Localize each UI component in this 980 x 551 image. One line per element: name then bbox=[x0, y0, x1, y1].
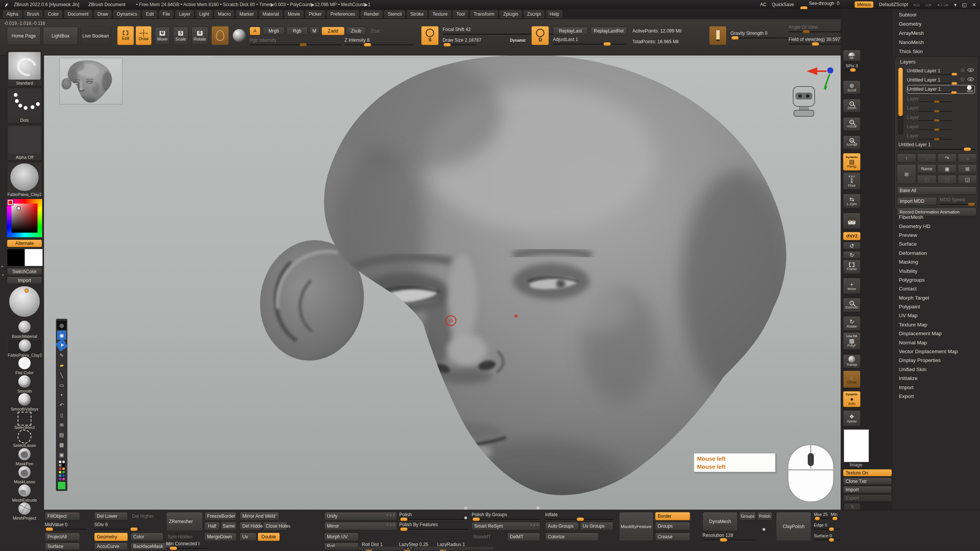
palette-item-initialize[interactable]: Initialize bbox=[893, 374, 980, 383]
zoom-button[interactable]: +Zoom bbox=[843, 99, 861, 112]
palette-item-masking[interactable]: Masking bbox=[893, 258, 980, 266]
same-button[interactable]: Same bbox=[221, 522, 237, 530]
polish-by-groups-radio-icon[interactable] bbox=[537, 507, 539, 509]
color-picker-hue-marker[interactable] bbox=[8, 200, 13, 205]
smart-resym-button[interactable]: Smart ReSymx y z bbox=[472, 522, 541, 530]
bpr-button[interactable]: BPR bbox=[843, 50, 861, 61]
solo-button[interactable]: Dynamic●Solo bbox=[843, 391, 861, 407]
mask-by-feature-button[interactable]: MaskByFeature bbox=[619, 512, 653, 541]
lsym-button[interactable]: ⇆L.Sym bbox=[843, 194, 861, 208]
polish-by-features-radio-icon[interactable] bbox=[464, 517, 467, 519]
layer-slider[interactable] bbox=[928, 74, 957, 75]
move-button[interactable]: +Move bbox=[843, 278, 861, 294]
eye-icon[interactable]: ◉ bbox=[57, 331, 66, 340]
rgb-intensity-slider[interactable]: Rgb Intensity bbox=[250, 37, 341, 46]
move-button[interactable]: M Move bbox=[155, 27, 170, 45]
half-button[interactable]: Half bbox=[204, 522, 220, 530]
marker-icon[interactable]: ▰ bbox=[57, 360, 66, 370]
palette-item-fibermesh[interactable]: FiberMesh bbox=[893, 213, 980, 222]
palette-item-export[interactable]: Export bbox=[893, 392, 980, 401]
xpose-button[interactable]: ❖Xpose bbox=[843, 410, 861, 426]
layer-row[interactable]: Layer bbox=[907, 113, 975, 122]
palette-item-geometry[interactable]: Geometry bbox=[893, 19, 980, 28]
layer-slider[interactable] bbox=[929, 92, 957, 93]
undo-icon[interactable]: ↶ bbox=[57, 400, 66, 409]
secondary-color-swatch[interactable] bbox=[24, 249, 43, 266]
line-icon[interactable]: ╲ bbox=[57, 370, 66, 380]
close-holes-button[interactable]: Close Holes bbox=[263, 522, 287, 530]
unify-button[interactable]: Unifyx y z bbox=[324, 512, 397, 520]
annotation-palette[interactable] bbox=[57, 460, 66, 481]
tray-item-selectrect[interactable]: SelectRect bbox=[7, 412, 42, 429]
slot-alpha[interactable]: Alpha Off bbox=[7, 125, 42, 161]
freeze-border-button[interactable]: FreezeBorder bbox=[204, 512, 237, 520]
tray-item-maskpen[interactable]: MaskPen bbox=[7, 448, 42, 466]
menu-texture[interactable]: Texture bbox=[429, 10, 451, 18]
see-through-slider[interactable]: See-through 0 bbox=[799, 1, 849, 9]
menu-file[interactable]: File bbox=[159, 10, 173, 18]
palette-item-vector-displacement-map[interactable]: Vector Displacement Map bbox=[893, 347, 980, 356]
tray-scroll-right-icon[interactable]: ||||▸ bbox=[925, 3, 932, 7]
palette-item-preview[interactable]: Preview bbox=[893, 231, 980, 240]
menu-marker[interactable]: Marker bbox=[236, 10, 257, 18]
rot-y-button[interactable]: ↺ bbox=[843, 242, 861, 249]
backface-mask-button[interactable]: BackfaceMask bbox=[131, 543, 171, 550]
slot-texture[interactable]: FabioPaiva_Clay2 bbox=[7, 162, 42, 198]
color-picker-sv-marker[interactable] bbox=[17, 207, 20, 210]
sdiv-slider[interactable]: SDiv 6 bbox=[94, 522, 140, 530]
color-picker[interactable] bbox=[7, 199, 42, 237]
mdd-speed-slider[interactable]: MDD Speed bbox=[940, 197, 977, 205]
palette-swatch[interactable] bbox=[59, 478, 62, 481]
palette-swatch[interactable] bbox=[59, 464, 62, 467]
crease-button[interactable]: Crease bbox=[655, 533, 690, 541]
default-zscript-button[interactable]: DefaultZScript bbox=[879, 2, 908, 7]
palette-item-unified-skin[interactable]: Unified Skin bbox=[893, 365, 980, 374]
project-all-button[interactable]: ProjectAll bbox=[45, 533, 80, 541]
palette-item-polygroups[interactable]: Polygroups bbox=[893, 276, 980, 284]
clay-max-slider[interactable]: Max 25 bbox=[814, 512, 829, 519]
geometry-button[interactable]: Geometry bbox=[94, 533, 128, 541]
current-material-sphere-icon[interactable] bbox=[233, 29, 246, 42]
rotate-button[interactable]: ↻Rotate bbox=[843, 316, 861, 331]
close-button[interactable]: ✕ bbox=[972, 2, 976, 8]
palette-item-arraymesh[interactable]: ArrayMesh bbox=[893, 28, 980, 37]
groups-button[interactable]: Groups bbox=[655, 522, 690, 530]
layer-slider-pill[interactable] bbox=[934, 110, 940, 113]
material-preview-sphere[interactable] bbox=[9, 286, 40, 317]
double-button[interactable]: Double bbox=[258, 533, 280, 541]
layer-redo-button[interactable]: ↷ bbox=[938, 153, 957, 163]
minimize-button[interactable]: ▾ bbox=[954, 2, 957, 8]
scroll-button[interactable]: ⊕Scroll bbox=[843, 80, 861, 94]
layer-new-button[interactable]: ⊞ bbox=[897, 164, 916, 184]
frame-button[interactable]: Frame bbox=[843, 259, 861, 274]
palette-item-morph-target[interactable]: Morph Target bbox=[893, 293, 980, 302]
clay-polish-button[interactable]: ClayPolish bbox=[776, 512, 811, 541]
merge-down-button[interactable]: MergeDown bbox=[204, 533, 237, 541]
bottom-scrollbar[interactable]: ▲▼ bbox=[325, 547, 494, 550]
switch-color-button[interactable]: SwitchColor bbox=[7, 268, 42, 275]
menu-dynamics[interactable]: Dynamics bbox=[113, 10, 140, 18]
pen-icon[interactable]: ✎ bbox=[57, 350, 66, 360]
image2-icon[interactable]: ▦ bbox=[57, 440, 66, 449]
layer-slider[interactable] bbox=[918, 120, 952, 121]
surface-button[interactable]: Surface bbox=[45, 543, 80, 550]
menu-tool[interactable]: Tool bbox=[453, 10, 468, 18]
layer-duplicate-button[interactable]: ▣ bbox=[938, 164, 957, 173]
clay-surface-slider[interactable]: Surface 0 bbox=[814, 533, 841, 541]
palette-item-thick-skin[interactable]: Thick Skin bbox=[893, 47, 980, 56]
tray-item-basicmaterial[interactable]: BasicMaterial bbox=[7, 321, 42, 338]
polish-by-groups-slider[interactable]: Polish By Groups bbox=[472, 512, 541, 520]
sculptris-pro-button[interactable] bbox=[211, 26, 229, 45]
layer-slider-pill[interactable] bbox=[934, 119, 940, 122]
palette-item-displacement-map[interactable]: Displacement Map bbox=[893, 329, 980, 338]
scale-button[interactable]: S Scale bbox=[173, 27, 188, 45]
zoom3d-button[interactable]: +Zoom3D bbox=[843, 298, 861, 312]
layer-slider[interactable] bbox=[928, 83, 957, 84]
palette-swatch[interactable] bbox=[59, 467, 62, 470]
inflate-slider[interactable]: Inflate bbox=[545, 512, 613, 520]
menu-zscript[interactable]: Zscript bbox=[524, 10, 544, 18]
replay-last-rel-button[interactable]: ReplayLastRel bbox=[590, 27, 627, 35]
spix-slider[interactable]: SPix 3 bbox=[843, 64, 861, 71]
layer-slider-pill[interactable] bbox=[934, 128, 940, 131]
palette-swatch[interactable] bbox=[59, 474, 62, 477]
